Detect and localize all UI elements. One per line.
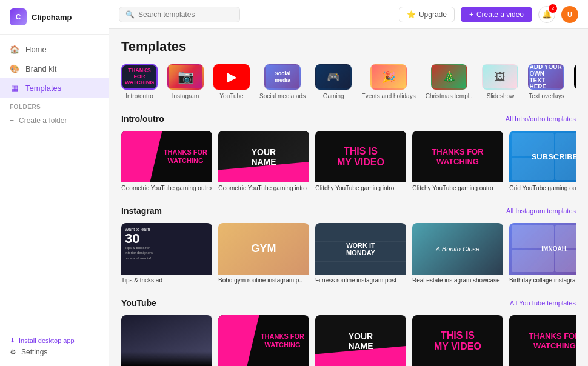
category-intro-thumb: THANKS FORWATCHING [121,64,158,90]
template-glitchy-gaming-intro[interactable]: THIS ISMY VIDEO Glitchy YouTube gaming i… [315,131,406,191]
category-slideshow-label: Slideshow [487,93,515,99]
category-social-label: Social media ads [259,93,306,99]
search-input[interactable] [138,10,229,19]
create-label: Create a video [476,10,524,19]
youtube-header: YouTube All YouTube templates [121,298,576,308]
settings-button[interactable]: ⚙ Settings [10,344,99,360]
category-slideshow-thumb: 🖼 [482,64,518,90]
create-folder-button[interactable]: + Create a folder [0,113,109,128]
template-real-estate[interactable]: A Bonito Close Real estate instagram sho… [412,223,503,284]
template-label: Birthday collage instagram post [509,277,576,284]
template-label: Grid YouTube gaming outro [509,185,576,191]
create-folder-label: Create a folder [19,116,67,125]
star-icon: ⭐ [407,10,416,19]
intro-outro-title: Intro/outro [121,114,164,124]
upgrade-button[interactable]: ⭐ Upgrade [399,7,455,22]
avatar[interactable]: U [561,6,578,23]
intro-outro-header: Intro/outro All Intro/outro templates [121,114,576,124]
category-christmas[interactable]: 🎄 Christmas templ.. [426,64,473,99]
category-intro-label: Intro/outro [125,93,153,99]
upgrade-label: Upgrade [419,10,447,19]
intro-outro-templates: THANKS FORWATCHING Geometric YouTube gam… [121,131,576,191]
install-desktop-button[interactable]: ⬇ Install desktop app [10,336,99,344]
intro-outro-section: Intro/outro All Intro/outro templates TH… [121,114,576,191]
category-text-overlays[interactable]: ADD YOUR OWNTEXT HERE Text overlays [528,64,564,99]
template-yt-geo-outro[interactable]: THANKS FORWATCHING Geometric YouTube gam… [218,315,309,366]
notification-badge: 2 [549,4,557,13]
template-grid-gaming-outro[interactable]: SUBSCRIBE Grid YouTube gaming outro [509,131,576,191]
create-video-button[interactable]: + Create a video [461,7,532,22]
category-strip: THANKS FORWATCHING Intro/outro 📷 Instagr… [121,64,576,102]
topbar: 🔍 ⭐ Upgrade + Create a video 🔔 2 U [109,0,588,29]
category-events-label: Events and holidays [361,93,416,99]
templates-icon: ▦ [10,83,19,93]
install-icon: ⬇ [10,336,15,344]
brand-icon: 🎨 [10,64,19,73]
category-youtube-thumb: ▶ [213,64,250,90]
category-instagram[interactable]: 📷 Instagram [167,64,204,99]
notification-button[interactable]: 🔔 2 [538,6,555,23]
youtube-section: YouTube All YouTube templates Timelapse … [121,298,576,366]
category-tiktok[interactable]: ♪ TikTok [574,64,576,99]
category-text-label: Text overlays [529,93,564,99]
instagram-templates: Want to learn 30 Tips & tricks forinteri… [121,223,576,284]
category-slideshow[interactable]: 🖼 Slideshow [482,64,518,99]
template-yt-glitchy-intro[interactable]: THIS ISMY VIDEO Glitchy Youtube gaming i… [412,315,503,366]
category-social-ads[interactable]: Socialmedia Social media ads [259,64,306,99]
search-bar[interactable]: 🔍 [119,7,240,22]
category-intro-outro[interactable]: THANKS FORWATCHING Intro/outro [121,64,158,99]
template-label: Glitchy YouTube gaming intro [315,185,406,191]
settings-icon: ⚙ [10,348,16,356]
category-text-thumb: ADD YOUR OWNTEXT HERE [528,64,564,90]
category-gaming[interactable]: 🎮 Gaming [315,64,352,99]
instagram-link[interactable]: All Instagram templates [506,207,576,215]
sidebar-bottom: ⬇ Install desktop app ⚙ Settings [0,330,109,366]
sidebar-item-brand-kit[interactable]: 🎨 Brand kit [0,59,109,78]
template-label: Geometric YouTube gaming intro [218,185,309,191]
instagram-title: Instagram [121,206,162,216]
template-geo-gaming-outro[interactable]: THANKS FORWATCHING Geometric YouTube gam… [121,131,212,191]
sidebar-item-templates[interactable]: ▦ Templates [0,78,109,98]
category-tiktok-thumb: ♪ [574,64,576,90]
template-glitchy-gaming-outro[interactable]: THANKS FORWATCHING Glitchy YouTube gamin… [412,131,503,191]
youtube-link[interactable]: All YouTube templates [510,299,576,307]
logo-icon: C [10,8,27,25]
page-title: Templates [121,39,576,55]
category-instagram-label: Instagram [172,93,199,99]
template-label: Tips & tricks ad [121,277,212,284]
category-instagram-thumb: 📷 [167,64,204,90]
template-yt-geo-intro[interactable]: YOURNAME Geometric YouTube gaming intro [315,315,406,366]
template-birthday-collage[interactable]: IMNOAH. Birthday collage instagram post [509,223,576,284]
app-name: Clipchamp [32,13,72,22]
template-label: Geometric YouTube gaming outro [121,185,212,191]
sidebar-nav: 🏠 Home 🎨 Brand kit ▦ Templates FOLDERS +… [0,35,109,330]
template-boho-gym[interactable]: GYM Boho gym routine instagram p.. [218,223,309,284]
category-gaming-label: Gaming [323,93,344,99]
instagram-section: Instagram All Instagram templates Want t… [121,206,576,284]
sidebar-item-home[interactable]: 🏠 Home [0,39,109,59]
install-label: Install desktop app [19,337,75,344]
sidebar-item-templates-label: Templates [25,84,61,93]
template-label: Fitness routine instagram post [315,277,406,284]
template-tips-tricks[interactable]: Want to learn 30 Tips & tricks forinteri… [121,223,212,284]
intro-outro-link[interactable]: All Intro/outro templates [506,115,576,122]
youtube-title: YouTube [121,298,156,308]
category-christmas-thumb: 🎄 [431,64,467,90]
category-youtube[interactable]: ▶ YouTube [213,64,250,99]
category-christmas-label: Christmas templ.. [426,93,473,99]
sidebar-item-home-label: Home [25,45,47,54]
topbar-right: ⭐ Upgrade + Create a video 🔔 2 U [399,6,578,23]
template-geo-gaming-intro[interactable]: YOURNAME Geometric YouTube gaming intro [218,131,309,191]
template-yt-glitchy-outro[interactable]: THANKS FORWATCHING Glitchy YouTube gamin… [509,315,576,366]
template-timelapse[interactable]: Timelapse music video [121,315,212,366]
instagram-header: Instagram All Instagram templates [121,206,576,216]
category-events[interactable]: 🎉 Events and holidays [361,64,416,99]
search-icon: 🔍 [125,10,135,19]
main-area: 🔍 ⭐ Upgrade + Create a video 🔔 2 U Templ… [109,0,588,366]
template-label: Glitchy YouTube gaming outro [412,185,503,191]
youtube-templates: Timelapse music video THANKS FORWATCHING… [121,315,576,366]
template-label: Boho gym routine instagram p.. [218,277,309,284]
settings-label: Settings [21,348,47,356]
template-fitness-routine[interactable]: WORK ITMONDAY Fitness routine instagram … [315,223,406,284]
plus-icon: + [469,10,473,19]
